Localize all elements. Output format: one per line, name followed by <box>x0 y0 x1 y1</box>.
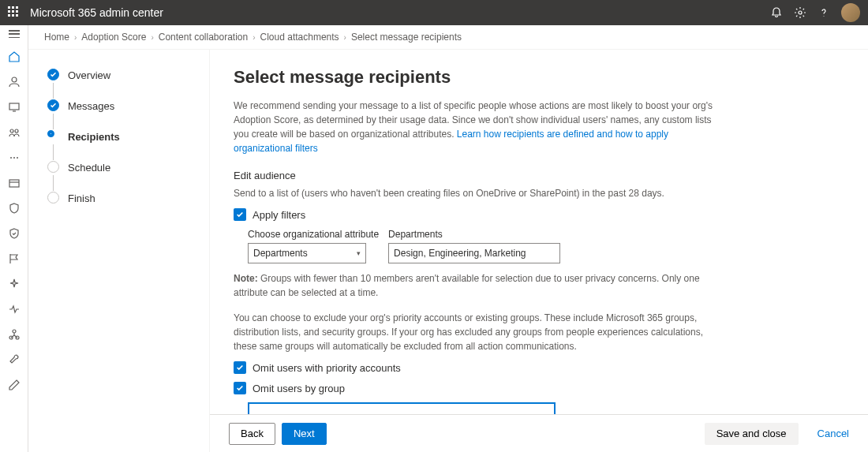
step-schedule[interactable]: Schedule <box>47 161 196 174</box>
save-close-button[interactable]: Save and close <box>705 423 799 445</box>
svg-rect-8 <box>9 180 19 187</box>
note-text: Note: Groups with fewer than 10 members … <box>234 271 715 300</box>
settings-icon[interactable] <box>794 6 806 19</box>
step-nav: Overview Messages Recipients Schedule Fi… <box>28 50 210 452</box>
dots-icon[interactable] <box>8 151 21 164</box>
spark-icon[interactable] <box>8 278 21 290</box>
home-icon[interactable] <box>8 50 21 63</box>
chevron-down-icon: ▾ <box>357 249 361 257</box>
form-panel: Select message recipients We recommend s… <box>210 50 868 414</box>
step-label: Messages <box>68 99 196 113</box>
svg-point-4 <box>15 129 18 133</box>
step-label: Schedule <box>68 161 196 174</box>
edit-audience-label: Edit audience <box>234 170 844 181</box>
avatar[interactable] <box>841 3 860 22</box>
breadcrumb-item[interactable]: Adoption Score <box>81 32 146 43</box>
step-label: Finish <box>68 192 196 205</box>
svg-rect-2 <box>9 103 19 110</box>
chevron-right-icon: › <box>344 33 346 42</box>
top-bar: Microsoft 365 admin center <box>0 0 868 25</box>
flag-icon[interactable] <box>8 252 21 265</box>
check-icon <box>47 99 59 111</box>
svg-point-9 <box>13 330 16 333</box>
omit-priority-label: Omit users with priority accounts <box>253 362 401 374</box>
apply-filters-checkbox[interactable] <box>234 208 246 221</box>
page-title: Select message recipients <box>234 67 844 88</box>
pending-step-icon <box>47 161 59 173</box>
step-recipients[interactable]: Recipients <box>47 130 196 144</box>
edit-icon[interactable] <box>8 379 21 391</box>
group-search-input[interactable] <box>248 402 556 414</box>
step-label: Overview <box>68 69 196 82</box>
chevron-right-icon: › <box>74 33 77 42</box>
breadcrumb-item[interactable]: Content collaboration <box>159 32 248 43</box>
svg-point-0 <box>799 11 802 14</box>
svg-point-7 <box>17 157 18 159</box>
breadcrumb-item[interactable]: Cloud attachments <box>260 32 339 43</box>
attribute-field-label: Choose organizational attribute <box>248 229 379 240</box>
omit-group-checkbox[interactable] <box>234 382 246 394</box>
help-icon[interactable] <box>817 6 830 19</box>
back-button[interactable]: Back <box>229 423 275 445</box>
cancel-link[interactable]: Cancel <box>817 428 849 439</box>
billing-icon[interactable] <box>8 177 21 189</box>
omit-group-label: Omit users by group <box>253 383 345 394</box>
omit-priority-checkbox[interactable] <box>234 361 246 374</box>
app-launcher-icon[interactable] <box>8 6 21 19</box>
breadcrumb-item[interactable]: Home <box>44 32 69 43</box>
notifications-icon[interactable] <box>770 6 783 19</box>
pending-step-icon <box>47 192 59 204</box>
exclude-help: You can choose to exclude your org's pri… <box>234 311 715 353</box>
audience-help: Send to a list of (users who haven't bee… <box>234 186 715 200</box>
svg-point-3 <box>10 129 13 133</box>
apply-filters-label: Apply filters <box>253 209 305 221</box>
step-overview[interactable]: Overview <box>47 69 196 82</box>
health-icon[interactable] <box>8 303 21 316</box>
departments-field-label: Departments <box>388 229 560 240</box>
chevron-right-icon: › <box>253 33 255 42</box>
svg-point-6 <box>13 157 15 159</box>
step-messages[interactable]: Messages <box>47 99 196 113</box>
shield-icon[interactable] <box>8 202 21 215</box>
org-icon[interactable] <box>8 328 21 341</box>
left-nav-rail <box>0 25 28 452</box>
departments-input[interactable]: Design, Engineering, Marketing <box>388 243 560 263</box>
devices-icon[interactable] <box>8 101 21 114</box>
footer-bar: Back Next Save and close Cancel <box>210 414 868 452</box>
breadcrumb-item[interactable]: Select message recipients <box>351 32 462 43</box>
breadcrumb: Home › Adoption Score › Content collabor… <box>28 25 868 50</box>
step-finish[interactable]: Finish <box>47 192 196 205</box>
next-button[interactable]: Next <box>282 423 327 445</box>
shield2-icon[interactable] <box>8 227 21 240</box>
svg-point-5 <box>10 157 12 159</box>
step-label: Recipients <box>68 130 196 144</box>
groups-icon[interactable] <box>8 126 21 139</box>
app-title: Microsoft 365 admin center <box>30 6 770 19</box>
intro-text: We recommend sending your message to a l… <box>234 99 715 155</box>
wrench-icon[interactable] <box>8 353 21 366</box>
svg-point-1 <box>12 77 17 82</box>
check-icon <box>47 69 59 80</box>
users-icon[interactable] <box>8 76 21 88</box>
current-step-icon <box>47 130 54 137</box>
attribute-select[interactable]: Departments ▾ <box>248 243 366 263</box>
menu-icon[interactable] <box>9 30 20 38</box>
chevron-right-icon: › <box>151 33 153 42</box>
